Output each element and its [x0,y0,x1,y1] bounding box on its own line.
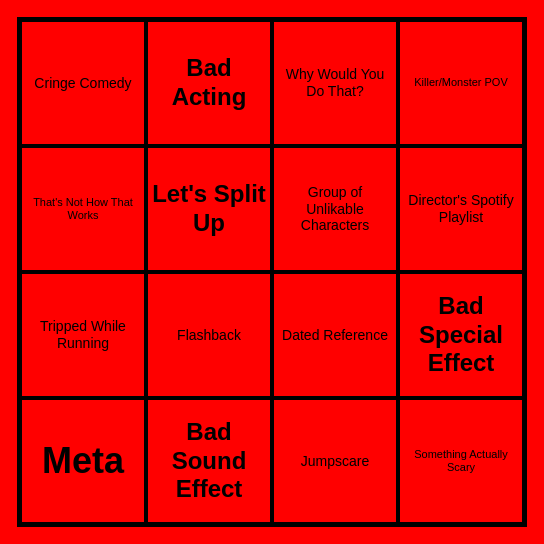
cell-bad-acting: Bad Acting [146,20,272,146]
cell-dated-reference: Dated Reference [272,272,398,398]
cell-killer-monster-pov: Killer/Monster POV [398,20,524,146]
cell-label-bad-acting: Bad Acting [152,54,266,112]
cell-tripped-while-running: Tripped While Running [20,272,146,398]
cell-label-bad-sound-effect: Bad Sound Effect [152,418,266,504]
cell-label-thats-not-how: That's Not How That Works [26,196,140,222]
cell-label-directors-spotify: Director's Spotify Playlist [404,192,518,226]
cell-label-cringe-comedy: Cringe Comedy [34,75,131,92]
cell-jumpscare: Jumpscare [272,398,398,524]
cell-group-unlikable: Group of Unlikable Characters [272,146,398,272]
cell-label-flashback: Flashback [177,327,241,344]
cell-cringe-comedy: Cringe Comedy [20,20,146,146]
cell-meta: Meta [20,398,146,524]
cell-label-meta: Meta [42,439,124,482]
cell-flashback: Flashback [146,272,272,398]
cell-label-tripped-while-running: Tripped While Running [26,318,140,352]
cell-lets-split-up: Let's Split Up [146,146,272,272]
cell-bad-sound-effect: Bad Sound Effect [146,398,272,524]
cell-label-killer-monster-pov: Killer/Monster POV [414,76,508,89]
cell-bad-special-effect: Bad Special Effect [398,272,524,398]
cell-something-actually-scary: Something Actually Scary [398,398,524,524]
cell-label-group-unlikable: Group of Unlikable Characters [278,184,392,234]
bingo-board: Cringe ComedyBad ActingWhy Would You Do … [17,17,527,527]
cell-label-bad-special-effect: Bad Special Effect [404,292,518,378]
cell-label-why-would-you: Why Would You Do That? [278,66,392,100]
cell-thats-not-how: That's Not How That Works [20,146,146,272]
cell-label-dated-reference: Dated Reference [282,327,388,344]
cell-directors-spotify: Director's Spotify Playlist [398,146,524,272]
cell-label-jumpscare: Jumpscare [301,453,369,470]
cell-why-would-you: Why Would You Do That? [272,20,398,146]
cell-label-something-actually-scary: Something Actually Scary [404,448,518,474]
cell-label-lets-split-up: Let's Split Up [152,180,266,238]
